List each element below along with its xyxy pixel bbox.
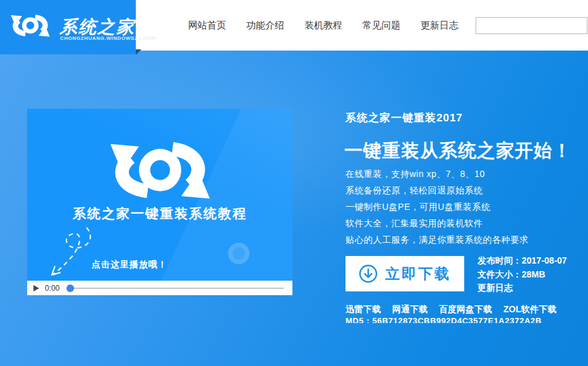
brand-sync-arrows-icon bbox=[5, 11, 56, 44]
tutorial-video-player: 系统之家一键重装系统教程 点击这里播放哦！ 0:00 bbox=[27, 109, 292, 295]
md5-checksum: MD5：56B712873CBB992D4C3577E1A2372A2B bbox=[345, 316, 588, 323]
download-button-label: 立即下载 bbox=[385, 264, 451, 284]
search-box bbox=[476, 17, 587, 34]
mirror-links: 迅雷下载 网通下载 百度网盘下载 ZOL软件下载 bbox=[345, 304, 556, 315]
download-button[interactable]: 立即下载 bbox=[345, 256, 464, 291]
changelog-link[interactable]: 更新日志 bbox=[477, 281, 567, 295]
site-logo[interactable]: 系统之家 CHONGZHUANG.WINDOWSZJ.COM bbox=[0, 0, 136, 54]
search-input[interactable] bbox=[476, 18, 588, 34]
nav-item-features[interactable]: 功能介绍 bbox=[245, 17, 285, 34]
feature-list: 在线重装，支持win xp、7、8、10 系统备份还原，轻松回退原始系统 一键制… bbox=[345, 166, 529, 248]
mirror-link-netcom[interactable]: 网通下载 bbox=[392, 304, 428, 315]
main-nav: 网站首页 功能介绍 装机教程 常见问题 更新日志 bbox=[187, 0, 460, 51]
feature-item: 系统备份还原，轻松回退原始系统 bbox=[345, 182, 529, 198]
page: 网站首页 功能介绍 装机教程 常见问题 更新日志 bbox=[0, 0, 588, 366]
video-thumbnail[interactable]: 系统之家一键重装系统教程 点击这里播放哦！ bbox=[27, 109, 292, 281]
mirror-link-thunder[interactable]: 迅雷下载 bbox=[345, 304, 381, 315]
nav-item-tutorial[interactable]: 装机教程 bbox=[303, 17, 344, 34]
mirror-link-zol[interactable]: ZOL软件下载 bbox=[503, 304, 556, 315]
play-hint-text: 点击这里播放哦！ bbox=[92, 259, 167, 271]
release-date: 发布时间：2017-08-07 bbox=[477, 254, 567, 268]
nav-item-changelog[interactable]: 更新日志 bbox=[419, 17, 460, 34]
nav-item-home[interactable]: 网站首页 bbox=[187, 17, 227, 34]
nav-item-faq[interactable]: 常见问题 bbox=[361, 17, 402, 34]
feature-item: 贴心的人工服务，满足你重装系统的各种要求 bbox=[345, 231, 529, 248]
seek-bar[interactable] bbox=[69, 288, 284, 289]
brand-domain: CHONGZHUANG.WINDOWSZJ.COM bbox=[60, 35, 156, 41]
product-kicker: 系统之家一键重装2017 bbox=[345, 111, 463, 125]
dashed-curved-arrow-icon bbox=[47, 224, 97, 281]
video-controls-bar: 0:00 bbox=[27, 281, 292, 295]
video-title: 系统之家一键重装系统教程 bbox=[27, 205, 292, 223]
decorative-circle bbox=[228, 243, 249, 264]
md5-row-clipped: MD5：56B712873CBB992D4C3577E1A2372A2B bbox=[345, 316, 588, 323]
seek-handle[interactable] bbox=[67, 284, 75, 292]
feature-item: 在线重装，支持win xp、7、8、10 bbox=[345, 166, 529, 182]
brand-sync-arrows-icon bbox=[95, 133, 225, 212]
hero-headline: 一键重装从系统之家开始！ bbox=[344, 138, 572, 164]
video-time: 0:00 bbox=[45, 284, 59, 293]
mirror-link-baidu[interactable]: 百度网盘下载 bbox=[439, 304, 492, 315]
download-circle-arrow-icon bbox=[359, 264, 378, 283]
feature-item: 一键制作U盘PE，可用U盘重装系统 bbox=[345, 198, 529, 215]
play-icon[interactable] bbox=[33, 285, 39, 291]
download-meta: 发布时间：2017-08-07 文件大小：28MB 更新日志 bbox=[477, 254, 567, 295]
logo-fold-decoration bbox=[136, 49, 141, 55]
feature-item: 软件大全，汇集最实用的装机软件 bbox=[345, 215, 529, 231]
file-size: 文件大小：28MB bbox=[477, 268, 567, 282]
